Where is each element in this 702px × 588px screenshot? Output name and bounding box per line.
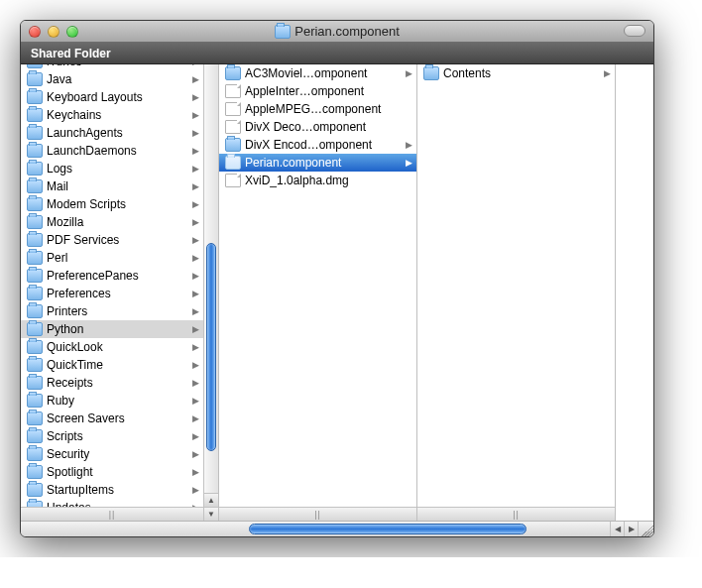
shared-folder-bar: Shared Folder xyxy=(21,43,653,64)
list-item[interactable]: Perian.component▶ xyxy=(219,154,416,172)
column-2: Contents▶|| xyxy=(417,64,616,521)
folder-icon xyxy=(423,66,439,80)
item-label: Preferences xyxy=(47,287,185,300)
item-label: Modem Scripts xyxy=(47,197,185,211)
folder-icon xyxy=(27,358,43,372)
folder-icon xyxy=(27,90,43,104)
item-label: Printers xyxy=(47,304,185,318)
item-label: LaunchAgents xyxy=(47,126,185,140)
column-1: AC3Moviel…omponent▶AppleInter…omponentAp… xyxy=(219,64,417,521)
window-title-text: Perian.component xyxy=(294,24,400,39)
column-resize-grip[interactable]: || xyxy=(21,507,203,521)
list-item[interactable]: Ruby▶ xyxy=(21,392,203,410)
column-list[interactable]: Contents▶ xyxy=(417,64,615,521)
disclosure-arrow-icon: ▶ xyxy=(191,271,199,281)
list-item[interactable]: Receipts▶ xyxy=(21,374,203,392)
toolbar-toggle-pill[interactable] xyxy=(624,25,645,37)
list-item[interactable]: LaunchAgents▶ xyxy=(21,124,203,142)
scroll-down-button[interactable]: ▼ xyxy=(204,507,218,521)
column-resize-grip[interactable]: || xyxy=(417,507,615,521)
list-item[interactable]: Scripts▶ xyxy=(21,427,203,445)
list-item[interactable]: Contents▶ xyxy=(417,64,615,82)
disclosure-arrow-icon: ▶ xyxy=(191,92,199,102)
folder-icon xyxy=(27,215,43,229)
traffic-lights xyxy=(21,26,78,38)
list-item[interactable]: Keychains▶ xyxy=(21,106,203,124)
list-item[interactable]: Screen Savers▶ xyxy=(21,410,203,427)
list-item[interactable]: QuickTime▶ xyxy=(21,356,203,374)
scroll-right-button[interactable]: ▶ xyxy=(624,522,638,536)
item-label: Logs xyxy=(47,162,185,176)
column-list[interactable]: iTunes▶Java▶Keyboard Layouts▶Keychains▶L… xyxy=(21,64,203,521)
disclosure-arrow-icon: ▶ xyxy=(191,378,199,388)
disclosure-arrow-icon: ▶ xyxy=(603,68,611,78)
column-browser: iTunes▶Java▶Keyboard Layouts▶Keychains▶L… xyxy=(21,64,653,521)
folder-icon xyxy=(27,64,43,68)
item-label: Spotlight xyxy=(47,465,185,479)
horizontal-scroll-thumb[interactable] xyxy=(249,524,526,534)
folder-icon xyxy=(27,287,43,300)
list-item[interactable]: Modem Scripts▶ xyxy=(21,195,203,213)
item-label: Mozilla xyxy=(47,215,185,229)
list-item[interactable]: QuickLook▶ xyxy=(21,338,203,356)
item-label: QuickLook xyxy=(47,340,185,354)
item-label: XviD_1.0alpha.dmg xyxy=(245,174,412,187)
folder-icon xyxy=(27,304,43,318)
list-item[interactable]: Keyboard Layouts▶ xyxy=(21,88,203,106)
list-item[interactable]: DivX Encod…omponent▶ xyxy=(219,136,416,154)
vertical-scroll-thumb[interactable] xyxy=(206,243,216,451)
column-resize-grip[interactable]: || xyxy=(219,507,416,521)
folder-icon xyxy=(27,429,43,443)
scroll-left-button[interactable]: ◀ xyxy=(610,522,624,536)
folder-icon xyxy=(27,162,43,176)
column-0: iTunes▶Java▶Keyboard Layouts▶Keychains▶L… xyxy=(21,64,219,521)
column-list[interactable]: AC3Moviel…omponent▶AppleInter…omponentAp… xyxy=(219,64,416,521)
list-item[interactable]: Preferences▶ xyxy=(21,285,203,302)
list-item[interactable]: AC3Moviel…omponent▶ xyxy=(219,64,416,82)
minimize-button[interactable] xyxy=(48,26,59,38)
vertical-scrollbar[interactable]: ▲▼ xyxy=(203,64,218,521)
list-item[interactable]: StartupItems▶ xyxy=(21,481,203,499)
list-item[interactable]: Printers▶ xyxy=(21,302,203,320)
disclosure-arrow-icon: ▶ xyxy=(191,181,199,191)
list-item[interactable]: AppleInter…omponent xyxy=(219,82,416,100)
folder-icon xyxy=(27,412,43,425)
folder-icon xyxy=(27,144,43,158)
item-label: Contents xyxy=(443,66,597,80)
list-item[interactable]: Spotlight▶ xyxy=(21,463,203,481)
item-label: DivX Encod…omponent xyxy=(245,138,399,152)
folder-icon xyxy=(275,25,291,39)
zoom-button[interactable] xyxy=(66,26,78,38)
disclosure-arrow-icon: ▶ xyxy=(191,324,199,334)
list-item[interactable]: Logs▶ xyxy=(21,160,203,177)
list-item[interactable]: Python▶ xyxy=(21,320,203,338)
folder-icon xyxy=(27,376,43,390)
list-item[interactable]: Perl▶ xyxy=(21,249,203,267)
scroll-up-button[interactable]: ▲ xyxy=(204,493,218,507)
list-item[interactable]: Security▶ xyxy=(21,445,203,463)
list-item[interactable]: DivX Deco…omponent xyxy=(219,118,416,136)
list-item[interactable]: Java▶ xyxy=(21,70,203,88)
disclosure-arrow-icon: ▶ xyxy=(191,413,199,423)
horizontal-scrollbar[interactable]: ◀ ▶ xyxy=(21,521,653,536)
folder-icon xyxy=(27,179,43,193)
list-item[interactable]: XviD_1.0alpha.dmg xyxy=(219,172,416,189)
list-item[interactable]: Mozilla▶ xyxy=(21,213,203,231)
titlebar[interactable]: Perian.component xyxy=(21,21,653,43)
item-label: AppleMPEG…component xyxy=(245,102,412,116)
list-item[interactable]: Mail▶ xyxy=(21,177,203,195)
disclosure-arrow-icon: ▶ xyxy=(405,68,412,78)
folder-icon xyxy=(27,108,43,122)
disclosure-arrow-icon: ▶ xyxy=(191,235,199,245)
list-item[interactable]: PreferencePanes▶ xyxy=(21,267,203,285)
close-button[interactable] xyxy=(29,26,41,38)
disclosure-arrow-icon: ▶ xyxy=(191,110,199,120)
resize-grip[interactable] xyxy=(638,522,653,536)
list-item[interactable]: AppleMPEG…component xyxy=(219,100,416,118)
folder-icon xyxy=(27,340,43,354)
folder-icon xyxy=(27,322,43,336)
list-item[interactable]: PDF Services▶ xyxy=(21,231,203,249)
folder-icon xyxy=(27,126,43,140)
item-label: Perian.component xyxy=(245,156,399,170)
list-item[interactable]: LaunchDaemons▶ xyxy=(21,142,203,160)
